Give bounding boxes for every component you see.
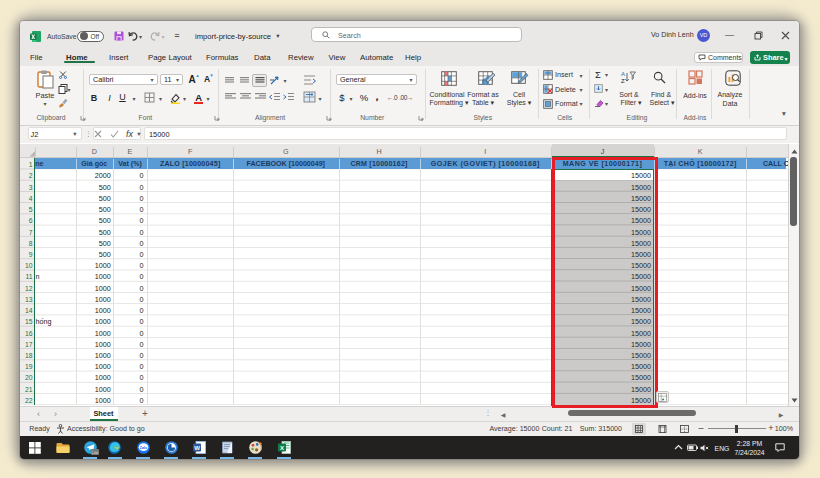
svg-text:A: A (621, 71, 625, 77)
svg-text:Lite: Lite (92, 450, 99, 455)
svg-text:Zalo: Zalo (139, 446, 147, 450)
svg-text:W: W (194, 445, 200, 451)
svg-text:Z: Z (621, 78, 625, 84)
svg-text:X: X (279, 445, 283, 451)
